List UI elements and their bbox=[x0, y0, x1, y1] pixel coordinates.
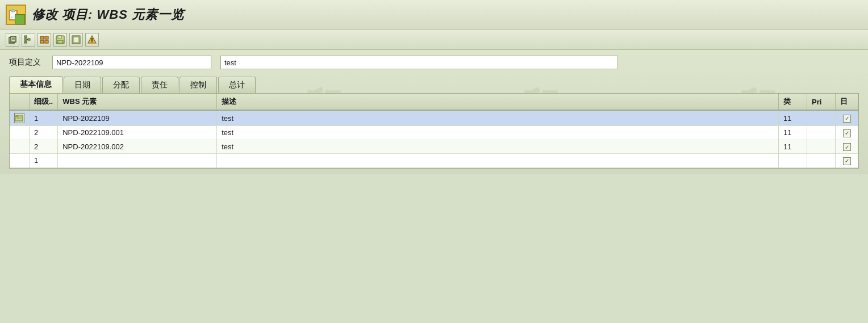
content-area: 鼠 鼠 鼠 鼠 项目定义 基本信息 日期 分配 责任 控制 总计 细级.. WB… bbox=[0, 50, 868, 174]
row-folder-icon bbox=[14, 113, 24, 123]
save-button[interactable] bbox=[53, 33, 67, 47]
table-header-row: 细级.. WBS 元素 描述 类 Pri 日 bbox=[10, 94, 858, 110]
svg-rect-7 bbox=[24, 41, 27, 43]
row-checkbox[interactable]: ✓ bbox=[843, 129, 851, 137]
col-header-pri: Pri bbox=[807, 94, 836, 110]
svg-rect-19 bbox=[60, 41, 62, 43]
toolbar bbox=[0, 30, 868, 50]
tab-basic[interactable]: 基本信息 bbox=[9, 76, 62, 93]
row-checkbox[interactable]: ✓ bbox=[843, 143, 851, 151]
svg-rect-16 bbox=[58, 36, 61, 39]
tab-resp[interactable]: 责任 bbox=[141, 77, 178, 93]
warning-button[interactable] bbox=[85, 33, 99, 47]
col-header-desc: 描述 bbox=[217, 94, 779, 110]
svg-rect-24 bbox=[91, 41, 93, 43]
row-wbs: NPD-2022109 bbox=[58, 110, 217, 126]
row-checkbox-cell: ✓ bbox=[836, 110, 858, 126]
col-header-level: 细级.. bbox=[30, 94, 58, 110]
sap-icon: 📋 bbox=[6, 5, 26, 25]
col-header-ri: 日 bbox=[836, 94, 858, 110]
table-row[interactable]: 2NPD-2022109.001test11✓ bbox=[10, 126, 858, 140]
row-checkbox[interactable]: ✓ bbox=[843, 115, 851, 123]
cancel-button[interactable] bbox=[69, 33, 83, 47]
row-lei bbox=[779, 154, 807, 168]
form-row: 项目定义 bbox=[9, 56, 859, 69]
svg-rect-13 bbox=[40, 40, 44, 43]
svg-rect-5 bbox=[24, 39, 27, 40]
svg-rect-12 bbox=[45, 36, 48, 39]
page-title: 修改 项目: WBS 元素一览 bbox=[32, 6, 184, 23]
row-pri bbox=[807, 140, 836, 154]
copy-button[interactable] bbox=[6, 33, 19, 47]
svg-rect-18 bbox=[59, 41, 60, 43]
row-icon-cell bbox=[10, 140, 30, 154]
row-desc: test bbox=[217, 126, 779, 140]
row-pri bbox=[807, 154, 836, 168]
tab-total[interactable]: 总计 bbox=[218, 77, 256, 93]
row-pri bbox=[807, 126, 836, 140]
col-header-wbs: WBS 元素 bbox=[58, 94, 217, 110]
row-level: 2 bbox=[30, 140, 58, 154]
table-row[interactable]: 1✓ bbox=[10, 154, 858, 168]
row-desc: test bbox=[217, 110, 779, 126]
header-icon-box: 📋 bbox=[6, 5, 26, 25]
row-lei: 11 bbox=[779, 126, 807, 140]
row-lei: 11 bbox=[779, 140, 807, 154]
expand-button[interactable] bbox=[37, 33, 51, 47]
wbs-table: 细级.. WBS 元素 描述 类 Pri 日 1NPD-2022109test1… bbox=[10, 94, 858, 168]
row-checkbox-cell: ✓ bbox=[836, 140, 858, 154]
table-row[interactable]: 2NPD-2022109.002test11✓ bbox=[10, 140, 858, 154]
svg-rect-6 bbox=[28, 39, 30, 40]
tab-date[interactable]: 日期 bbox=[64, 77, 101, 93]
header-bar: 📋 修改 项目: WBS 元素一览 bbox=[0, 0, 868, 30]
row-pri bbox=[807, 110, 836, 126]
table-wrapper: 细级.. WBS 元素 描述 类 Pri 日 1NPD-2022109test1… bbox=[9, 93, 859, 169]
svg-rect-14 bbox=[45, 40, 48, 43]
row-wbs bbox=[58, 154, 217, 168]
row-lei: 11 bbox=[779, 110, 807, 126]
col-header-icon bbox=[10, 94, 30, 110]
row-level: 1 bbox=[30, 110, 58, 126]
sap-icon-sub bbox=[15, 14, 25, 24]
row-wbs: NPD-2022109.001 bbox=[58, 126, 217, 140]
svg-rect-11 bbox=[40, 36, 44, 39]
svg-rect-23 bbox=[91, 38, 93, 41]
svg-rect-4 bbox=[24, 36, 27, 37]
row-desc bbox=[217, 154, 779, 168]
row-desc: test bbox=[217, 140, 779, 154]
row-wbs: NPD-2022109.002 bbox=[58, 140, 217, 154]
row-checkbox[interactable]: ✓ bbox=[843, 157, 851, 165]
project-label: 项目定义 bbox=[9, 57, 43, 68]
row-icon-cell bbox=[10, 154, 30, 168]
row-checkbox-cell: ✓ bbox=[836, 154, 858, 168]
row-icon-cell bbox=[10, 126, 30, 140]
tabs-container: 基本信息 日期 分配 责任 控制 总计 bbox=[9, 76, 859, 93]
row-icon-cell bbox=[10, 110, 30, 126]
tab-alloc[interactable]: 分配 bbox=[102, 77, 140, 93]
row-checkbox-cell: ✓ bbox=[836, 126, 858, 140]
svg-rect-21 bbox=[73, 37, 79, 43]
project-id-input[interactable] bbox=[52, 56, 211, 69]
table-row[interactable]: 1NPD-2022109test11✓ bbox=[10, 110, 858, 126]
row-level: 1 bbox=[30, 154, 58, 168]
tab-ctrl[interactable]: 控制 bbox=[180, 77, 217, 93]
project-name-input[interactable] bbox=[220, 56, 618, 69]
svg-rect-26 bbox=[15, 116, 18, 117]
hierarchy-button[interactable] bbox=[22, 33, 35, 47]
col-header-lei: 类 bbox=[779, 94, 807, 110]
row-level: 2 bbox=[30, 126, 58, 140]
